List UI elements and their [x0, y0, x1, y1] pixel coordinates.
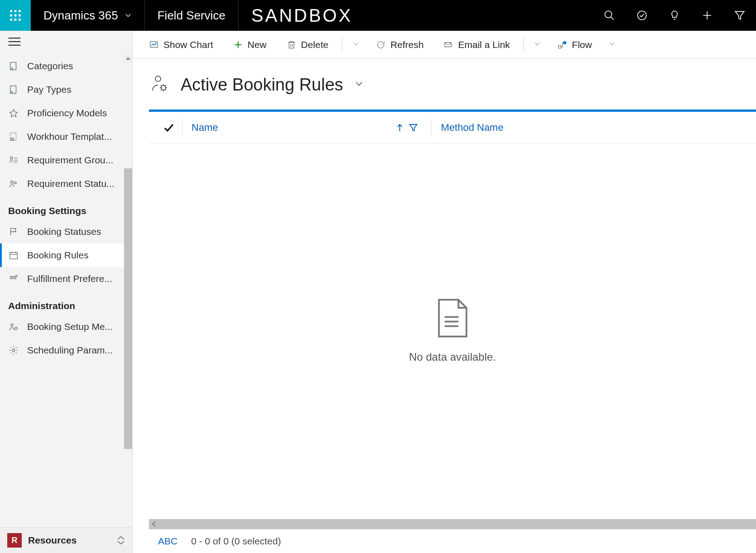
document-person-icon [8, 84, 19, 95]
svg-rect-1 [14, 10, 17, 12]
svg-rect-0 [10, 10, 12, 12]
help-button[interactable] [658, 0, 691, 31]
hamburger-icon [8, 37, 21, 46]
svg-rect-2 [19, 10, 21, 12]
view-selector-dropdown[interactable] [354, 79, 364, 91]
grid-horizontal-scrollbar[interactable] [149, 519, 756, 529]
select-all-checkbox[interactable] [155, 119, 182, 137]
pager-label: 0 - 0 of 0 (0 selected) [191, 536, 281, 547]
filter-column-icon[interactable] [409, 123, 418, 132]
sidebar-item-categories[interactable]: Categories [0, 54, 132, 78]
sidebar-scroll: Categories Pay Types Proficiency Models … [0, 54, 132, 527]
view-header: Active Booking Rules [133, 59, 756, 110]
delete-button[interactable]: Delete [277, 35, 339, 55]
people-icon [8, 178, 19, 189]
area-switcher-chevrons[interactable] [117, 536, 125, 545]
sidebar-item-booking-setup-metadata[interactable]: Booking Setup Me... [0, 315, 132, 338]
svg-point-37 [11, 324, 13, 327]
chevron-down-icon [534, 40, 541, 48]
search-icon [603, 10, 615, 21]
people-gear-icon [149, 73, 170, 96]
svg-rect-7 [14, 19, 17, 21]
chart-icon [149, 40, 159, 50]
sidebar-section-administration: Administration [0, 291, 132, 315]
task-button[interactable] [626, 0, 658, 31]
people-gear-icon [8, 321, 19, 332]
sidebar-area-switcher[interactable]: R Resources [0, 527, 132, 553]
svg-point-19 [11, 67, 13, 70]
sidebar-item-pay-types[interactable]: Pay Types [0, 78, 132, 101]
document-person-icon [8, 61, 19, 72]
star-icon [8, 108, 19, 119]
column-header-name[interactable]: Name [182, 122, 431, 133]
svg-point-21 [11, 91, 13, 93]
sidebar-item-booking-rules[interactable]: Booking Rules [0, 243, 132, 267]
sidebar-item-proficiency-models[interactable]: Proficiency Models [0, 101, 132, 125]
svg-point-9 [605, 11, 612, 18]
chevron-down-icon [608, 40, 616, 48]
sidebar: Categories Pay Types Proficiency Models … [0, 31, 133, 553]
clock-doc-icon [8, 131, 19, 142]
grid-header-row: Name Method Name [149, 112, 756, 143]
add-button[interactable] [691, 0, 723, 31]
svg-rect-48 [564, 41, 566, 44]
email-dropdown[interactable] [527, 36, 547, 54]
app-launcher-button[interactable] [0, 0, 31, 31]
lightbulb-icon [669, 10, 680, 21]
new-button[interactable]: New [223, 35, 277, 55]
no-data-label: No data available. [409, 351, 496, 363]
scroll-left-icon[interactable] [150, 520, 158, 528]
svg-point-36 [14, 276, 16, 279]
svg-rect-4 [14, 14, 17, 17]
alpha-index-button[interactable]: ABC [158, 536, 177, 547]
checkmark-icon [163, 123, 174, 132]
sidebar-item-requirement-statuses[interactable]: Requirement Statu... [0, 172, 132, 195]
view-title: Active Booking Rules [181, 75, 343, 95]
sidebar-item-fulfillment-preferences[interactable]: Fulfillment Prefere... [0, 267, 132, 291]
person-list-icon [8, 155, 19, 166]
svg-point-24 [10, 157, 13, 160]
flag-icon [8, 226, 19, 237]
funnel-icon [734, 10, 746, 21]
chevron-down-icon [352, 40, 359, 48]
svg-point-35 [10, 276, 13, 279]
sidebar-item-requirement-groups[interactable]: Requirement Grou... [0, 148, 132, 172]
chevron-up-icon [117, 536, 125, 540]
area-badge: R [7, 533, 22, 548]
grid-empty-state: No data available. [149, 143, 756, 517]
trash-icon [287, 40, 297, 50]
sidebar-item-booking-statuses[interactable]: Booking Statuses [0, 220, 132, 243]
filter-button[interactable] [723, 0, 756, 31]
refresh-button[interactable]: Refresh [366, 35, 434, 55]
sidebar-item-workhour-templates[interactable]: Workhour Templat... [0, 125, 132, 148]
svg-point-49 [155, 76, 161, 81]
show-chart-button[interactable]: Show Chart [139, 35, 223, 55]
svg-point-50 [161, 86, 166, 90]
svg-rect-6 [10, 19, 12, 21]
flow-button[interactable]: Flow [547, 35, 602, 55]
column-header-method-name[interactable]: Method Name [432, 122, 512, 133]
chevron-down-icon [117, 540, 125, 545]
document-icon [435, 297, 470, 339]
email-link-button[interactable]: Email a Link [434, 35, 520, 55]
scrollbar-up-icon[interactable] [124, 54, 132, 62]
sort-up-icon[interactable] [395, 123, 404, 132]
grid-footer: ABC 0 - 0 of 0 (0 selected) [149, 529, 756, 553]
top-navigation-bar: Dynamics 365 Field Service SANDBOX [0, 0, 756, 31]
search-button[interactable] [593, 0, 626, 31]
svg-line-10 [611, 17, 614, 20]
sidebar-toggle[interactable] [0, 31, 132, 54]
environment-label: SANDBOX [239, 0, 365, 31]
svg-rect-47 [559, 45, 561, 48]
svg-point-28 [11, 181, 13, 184]
flow-dropdown[interactable] [602, 36, 622, 54]
sidebar-section-booking-settings: Booking Settings [0, 195, 132, 220]
svg-point-23 [11, 138, 14, 141]
module-label[interactable]: Field Service [145, 0, 239, 31]
task-check-icon [636, 10, 648, 21]
sidebar-scrollbar-thumb[interactable] [124, 168, 132, 449]
delete-dropdown[interactable] [346, 36, 366, 54]
sidebar-item-scheduling-parameters[interactable]: Scheduling Param... [0, 338, 132, 362]
waffle-icon [9, 9, 22, 22]
brand-switcher[interactable]: Dynamics 365 [31, 0, 145, 31]
